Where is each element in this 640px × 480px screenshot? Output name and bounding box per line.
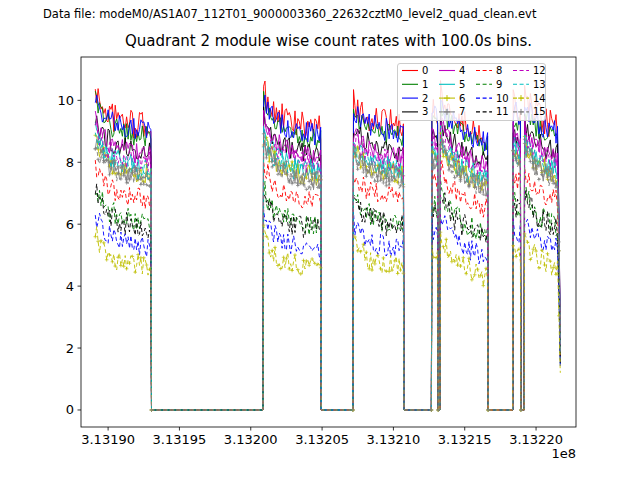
legend-label: 14 [533,93,546,104]
legend-label: 9 [496,79,502,90]
x-tick-label: 3.13215 [438,432,492,447]
legend-label: 8 [496,65,502,76]
series-group [94,81,561,412]
y-tick-label: 4 [66,279,74,294]
x-tick-label: 3.13220 [509,432,563,447]
series-line-7 [95,138,560,410]
legend-label: 1 [422,79,428,90]
series-line-13 [95,126,560,410]
legend-label: 15 [533,106,546,117]
series-line-1 [95,91,560,410]
legend-label: 12 [533,65,546,76]
series-markers-15 [94,132,561,412]
legend: 0123456789101112131415 [398,64,546,121]
series-line-2 [95,95,560,410]
series-line-3 [95,107,560,410]
series-line-4 [95,110,560,410]
series-line-8 [95,160,560,410]
series-markers-14 [94,223,561,411]
series-line-14 [95,225,560,410]
series-line-12 [95,121,560,410]
series-markers-6 [94,131,561,412]
legend-label: 3 [422,106,428,117]
series-markers-7 [94,138,561,412]
figure: Data file: modeM0/AS1A07_112T01_90000033… [0,0,640,480]
legend-label: 5 [459,79,465,90]
x-tick-label: 3.13195 [153,432,207,447]
y-tick-label: 8 [66,155,74,170]
series-line-10 [95,210,560,410]
legend-label: 13 [533,79,546,90]
legend-label: 7 [459,106,465,117]
legend-label: 0 [422,65,428,76]
series-line-0 [95,81,560,411]
y-tick-label: 2 [66,341,74,356]
legend-label: 6 [459,93,465,104]
y-tick-label: 10 [57,93,74,108]
y-tick-label: 0 [66,402,74,417]
x-tick-label: 3.13205 [295,432,349,447]
x-axis: 3.131903.131953.132003.132053.132103.132… [81,427,576,461]
legend-label: 10 [496,93,509,104]
series-line-15 [95,134,560,410]
x-axis-offset-label: 1e8 [551,446,576,461]
legend-label: 11 [496,106,509,117]
y-axis: 0246810 [57,93,81,418]
legend-label: 2 [422,93,428,104]
plot-canvas: 3.131903.131953.132003.132053.132103.132… [0,0,640,480]
y-tick-label: 6 [66,217,74,232]
legend-label: 4 [459,65,465,76]
series-line-6 [95,133,560,410]
series-line-11 [95,184,560,410]
x-tick-label: 3.13190 [81,432,135,447]
x-tick-label: 3.13200 [224,432,278,447]
series-line-9 [95,180,560,411]
series-line-5 [95,123,560,410]
x-tick-label: 3.13210 [367,432,421,447]
